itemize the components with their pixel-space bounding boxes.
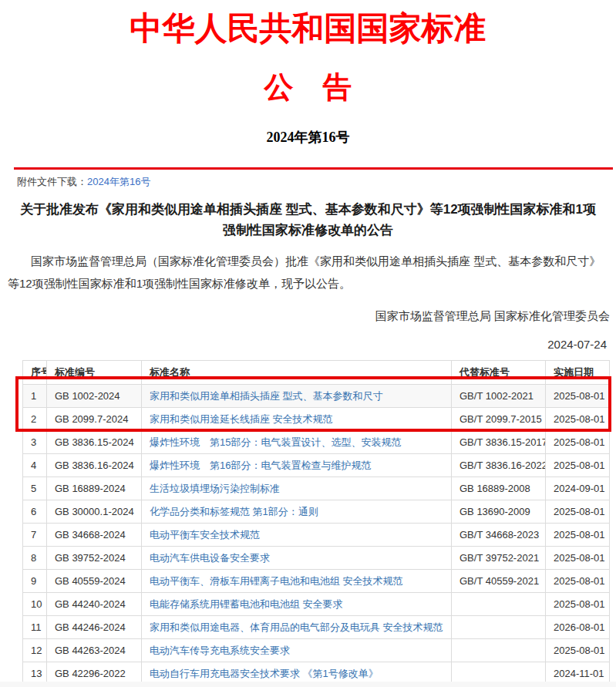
cell-seq-no: 5 bbox=[23, 477, 47, 500]
cell-seq-no: 6 bbox=[23, 500, 47, 524]
column-header-4: 实施日期 bbox=[546, 361, 610, 385]
column-header-3: 代替标准号 bbox=[452, 361, 546, 385]
cell-seq-no: 2 bbox=[23, 408, 47, 431]
table-row: 9GB 40559-2024电动平衡车、滑板车用锂离子电池和电池组 安全技术规范… bbox=[23, 570, 610, 593]
table-row: 11GB 44246-2024家用和类似用途电器、体育用品的电气部分及电玩具 安… bbox=[23, 616, 610, 639]
cell-implementation-date: 2025-08-01 bbox=[546, 408, 610, 431]
announcement-subtitle: 公 告 bbox=[0, 71, 616, 103]
table-header-row: 序号标准编号标准名称代替标准号实施日期 bbox=[23, 361, 610, 385]
standard-name-link[interactable]: 电动平衡车、滑板车用锂离子电池和电池组 安全技术规范 bbox=[150, 575, 403, 587]
cell-standard-code: GB 34668-2024 bbox=[47, 524, 142, 547]
page-bottom-strip bbox=[0, 682, 616, 687]
cell-standard-code: GB 3836.15-2024 bbox=[47, 431, 142, 454]
table-row: 6GB 30000.1-2024化学品分类和标签规范 第1部分：通则GB 136… bbox=[23, 500, 610, 524]
cell-implementation-date: 2025-08-01 bbox=[546, 524, 610, 547]
cell-standard-code: GB 44246-2024 bbox=[47, 616, 142, 639]
standard-name-link[interactable]: 生活垃圾填埋场污染控制标准 bbox=[150, 483, 280, 494]
cell-standard-name: 爆炸性环境 第15部分：电气装置设计、选型、安装规范 bbox=[142, 431, 452, 454]
cell-replaced-standard: GB/T 3836.16-2022 bbox=[452, 454, 546, 477]
standard-name-link[interactable]: 家用和类似用途单相插头插座 型式、基本参数和尺寸 bbox=[150, 390, 383, 402]
cell-implementation-date: 2025-08-01 bbox=[546, 570, 610, 593]
issue-number: 2024年第16号 bbox=[0, 130, 616, 145]
table-row: 12GB 44263-2024电动汽车传导充电系统安全要求2025-08-01 bbox=[23, 639, 610, 662]
notice-title: 关于批准发布《家用和类似用途单相插头插座 型式、基本参数和尺寸》等12项强制性国… bbox=[14, 199, 602, 241]
cell-replaced-standard: GB/T 2099.7-2015 bbox=[452, 408, 546, 431]
cell-standard-code: GB 44240-2024 bbox=[47, 593, 142, 616]
cell-standard-name: 化学品分类和标签规范 第1部分：通则 bbox=[142, 500, 452, 524]
table-row: 4GB 3836.16-2024爆炸性环境 第16部分：电气装置检查与维护规范G… bbox=[23, 454, 610, 477]
cell-standard-name: 电动平衡车安全技术规范 bbox=[142, 524, 452, 547]
cell-replaced-standard: GB/T 40559-2021 bbox=[452, 570, 546, 593]
standards-table-container: 序号标准编号标准名称代替标准号实施日期 1GB 1002-2024家用和类似用途… bbox=[22, 360, 610, 685]
cell-standard-name: 家用和类似用途电器、体育用品的电气部分及电玩具 安全技术规范 bbox=[142, 616, 452, 639]
cell-replaced-standard: GB/T 3836.15-2017 bbox=[452, 431, 546, 454]
cell-implementation-date: 2026-08-01 bbox=[546, 616, 610, 639]
cell-replaced-standard: GB/T 39752-2021 bbox=[452, 547, 546, 570]
cell-replaced-standard bbox=[452, 639, 546, 662]
standard-name-link[interactable]: 爆炸性环境 第15部分：电气装置设计、选型、安装规范 bbox=[150, 436, 401, 448]
column-header-1: 标准编号 bbox=[47, 361, 142, 385]
standard-name-link[interactable]: 电动自行车用充电器安全技术要求 《第1号修改单》 bbox=[150, 668, 379, 679]
standard-name-link[interactable]: 爆炸性环境 第16部分：电气装置检查与维护规范 bbox=[150, 460, 371, 471]
cell-standard-name: 家用和类似用途单相插头插座 型式、基本参数和尺寸 bbox=[142, 385, 452, 408]
standard-name-link[interactable]: 家用和类似用途延长线插座 安全技术规范 bbox=[150, 413, 333, 425]
table-row: 3GB 3836.15-2024爆炸性环境 第15部分：电气装置设计、选型、安装… bbox=[23, 431, 610, 454]
column-header-0: 序号 bbox=[23, 361, 47, 385]
cell-standard-name: 电能存储系统用锂蓄电池和电池组 安全要求 bbox=[142, 593, 452, 616]
cell-implementation-date: 2025-08-01 bbox=[546, 500, 610, 524]
cell-implementation-date: 2025-08-01 bbox=[546, 385, 610, 408]
cell-implementation-date: 2025-08-01 bbox=[546, 639, 610, 662]
cell-seq-no: 3 bbox=[23, 431, 47, 454]
cell-implementation-date: 2025-08-01 bbox=[546, 454, 610, 477]
cell-implementation-date: 2024-09-01 bbox=[546, 477, 610, 500]
cell-implementation-date: 2025-08-01 bbox=[546, 593, 610, 616]
attachment-link[interactable]: 2024年第16号 bbox=[87, 176, 150, 187]
cell-seq-no: 4 bbox=[23, 454, 47, 477]
standard-name-link[interactable]: 化学品分类和标签规范 第1部分：通则 bbox=[150, 506, 318, 517]
cell-standard-name: 爆炸性环境 第16部分：电气装置检查与维护规范 bbox=[142, 454, 452, 477]
national-standard-title: 中华人民共和国国家标准 bbox=[0, 11, 616, 46]
cell-replaced-standard: GB/T 1002-2021 bbox=[452, 385, 546, 408]
notice-body-paragraph: 国家市场监督管理总局（国家标准化管理委员会）批准《家用和类似用途单相插头插座 型… bbox=[8, 250, 608, 295]
column-header-2: 标准名称 bbox=[142, 361, 452, 385]
table-row: 5GB 16889-2024生活垃圾填埋场污染控制标准GB 16889-2008… bbox=[23, 477, 610, 500]
cell-seq-no: 8 bbox=[23, 547, 47, 570]
cell-implementation-date: 2025-08-01 bbox=[546, 547, 610, 570]
red-divider-rule bbox=[14, 167, 613, 170]
cell-seq-no: 12 bbox=[23, 639, 47, 662]
cell-standard-code: GB 40559-2024 bbox=[47, 570, 142, 593]
cell-seq-no: 11 bbox=[23, 616, 47, 639]
cell-seq-no: 9 bbox=[23, 570, 47, 593]
cell-seq-no: 1 bbox=[23, 385, 47, 408]
cell-seq-no: 7 bbox=[23, 524, 47, 547]
cell-standard-code: GB 44263-2024 bbox=[47, 639, 142, 662]
table-row: 7GB 34668-2024电动平衡车安全技术规范GB/T 34668-2023… bbox=[23, 524, 610, 547]
cell-standard-code: GB 16889-2024 bbox=[47, 477, 142, 500]
cell-replaced-standard: GB 13690-2009 bbox=[452, 500, 546, 524]
table-row: 2GB 2099.7-2024家用和类似用途延长线插座 安全技术规范GB/T 2… bbox=[23, 408, 610, 431]
cell-standard-code: GB 30000.1-2024 bbox=[47, 500, 142, 524]
table-row: 8GB 39752-2024电动汽车供电设备安全要求GB/T 39752-202… bbox=[23, 547, 610, 570]
cell-replaced-standard bbox=[452, 616, 546, 639]
standard-name-link[interactable]: 家用和类似用途电器、体育用品的电气部分及电玩具 安全技术规范 bbox=[150, 621, 443, 633]
cell-standard-name: 生活垃圾填埋场污染控制标准 bbox=[142, 477, 452, 500]
standards-table-body: 1GB 1002-2024家用和类似用途单相插头插座 型式、基本参数和尺寸GB/… bbox=[23, 385, 610, 685]
cell-standard-name: 电动汽车传导充电系统安全要求 bbox=[142, 639, 452, 662]
cell-implementation-date: 2025-08-01 bbox=[546, 431, 610, 454]
attachment-download-row: 附件文件下载：2024年第16号 bbox=[17, 175, 616, 188]
standard-name-link[interactable]: 电动平衡车安全技术规范 bbox=[150, 529, 260, 541]
cell-seq-no: 10 bbox=[23, 593, 47, 616]
publication-date: 2024-07-24 bbox=[0, 337, 607, 352]
cell-replaced-standard bbox=[452, 593, 546, 616]
table-row: 1GB 1002-2024家用和类似用途单相插头插座 型式、基本参数和尺寸GB/… bbox=[23, 385, 610, 408]
standard-name-link[interactable]: 电能存储系统用锂蓄电池和电池组 安全要求 bbox=[150, 598, 343, 610]
cell-standard-code: GB 2099.7-2024 bbox=[47, 408, 142, 431]
standard-name-link[interactable]: 电动汽车传导充电系统安全要求 bbox=[150, 645, 290, 656]
standard-name-link[interactable]: 电动汽车供电设备安全要求 bbox=[150, 552, 270, 564]
cell-standard-name: 家用和类似用途延长线插座 安全技术规范 bbox=[142, 408, 452, 431]
issuing-authorities: 国家市场监督管理总局 国家标准化管理委员会 bbox=[0, 308, 610, 324]
cell-standard-name: 电动平衡车、滑板车用锂离子电池和电池组 安全技术规范 bbox=[142, 570, 452, 593]
cell-standard-name: 电动汽车供电设备安全要求 bbox=[142, 547, 452, 570]
table-row: 10GB 44240-2024电能存储系统用锂蓄电池和电池组 安全要求2025-… bbox=[23, 593, 610, 616]
cell-replaced-standard: GB/T 34668-2023 bbox=[452, 524, 546, 547]
